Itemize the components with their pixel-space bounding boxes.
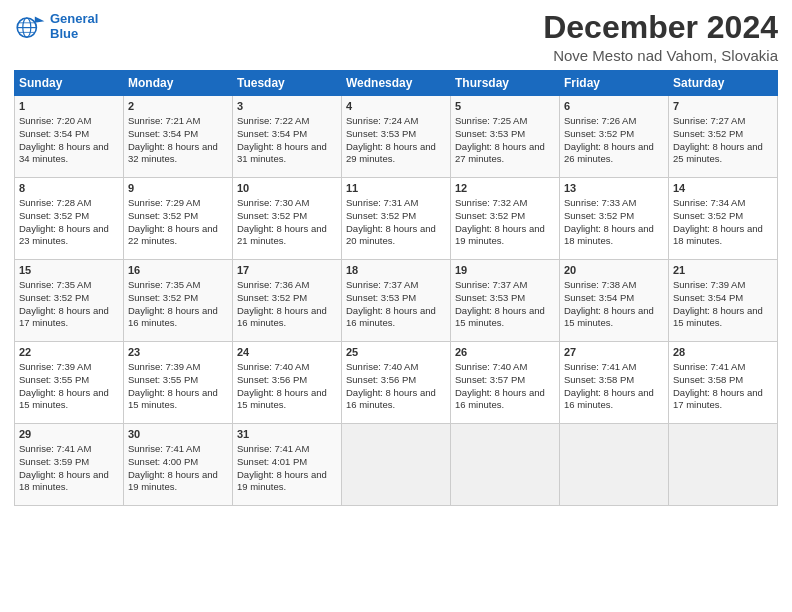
calendar-week-row: 1Sunrise: 7:20 AMSunset: 3:54 PMDaylight…	[15, 96, 778, 178]
calendar-week-row: 15Sunrise: 7:35 AMSunset: 3:52 PMDayligh…	[15, 260, 778, 342]
day-number: 10	[237, 181, 337, 196]
sunset: Sunset: 4:00 PM	[128, 456, 198, 467]
day-number: 3	[237, 99, 337, 114]
calendar-header-row: Sunday Monday Tuesday Wednesday Thursday…	[15, 71, 778, 96]
calendar-cell: 27Sunrise: 7:41 AMSunset: 3:58 PMDayligh…	[560, 342, 669, 424]
sunrise: Sunrise: 7:22 AM	[237, 115, 309, 126]
calendar-cell: 12Sunrise: 7:32 AMSunset: 3:52 PMDayligh…	[451, 178, 560, 260]
sunset: Sunset: 3:52 PM	[237, 210, 307, 221]
main-title: December 2024	[543, 10, 778, 45]
sunrise: Sunrise: 7:37 AM	[346, 279, 418, 290]
daylight: Daylight: 8 hours and 16 minutes.	[564, 387, 654, 411]
day-number: 19	[455, 263, 555, 278]
day-number: 4	[346, 99, 446, 114]
calendar-cell: 9Sunrise: 7:29 AMSunset: 3:52 PMDaylight…	[124, 178, 233, 260]
sunset: Sunset: 3:55 PM	[19, 374, 89, 385]
sunset: Sunset: 3:52 PM	[128, 292, 198, 303]
sunrise: Sunrise: 7:37 AM	[455, 279, 527, 290]
calendar-cell: 15Sunrise: 7:35 AMSunset: 3:52 PMDayligh…	[15, 260, 124, 342]
calendar-cell: 29Sunrise: 7:41 AMSunset: 3:59 PMDayligh…	[15, 424, 124, 506]
page-header: General Blue December 2024 Nove Mesto na…	[14, 10, 778, 64]
daylight: Daylight: 8 hours and 19 minutes.	[237, 469, 327, 493]
daylight: Daylight: 8 hours and 27 minutes.	[455, 141, 545, 165]
sunset: Sunset: 3:52 PM	[673, 210, 743, 221]
calendar-cell: 24Sunrise: 7:40 AMSunset: 3:56 PMDayligh…	[233, 342, 342, 424]
day-number: 15	[19, 263, 119, 278]
sunrise: Sunrise: 7:34 AM	[673, 197, 745, 208]
calendar-cell: 17Sunrise: 7:36 AMSunset: 3:52 PMDayligh…	[233, 260, 342, 342]
calendar-week-row: 8Sunrise: 7:28 AMSunset: 3:52 PMDaylight…	[15, 178, 778, 260]
day-number: 23	[128, 345, 228, 360]
calendar-cell: 8Sunrise: 7:28 AMSunset: 3:52 PMDaylight…	[15, 178, 124, 260]
day-number: 13	[564, 181, 664, 196]
sunset: Sunset: 3:52 PM	[19, 210, 89, 221]
title-block: December 2024 Nove Mesto nad Vahom, Slov…	[543, 10, 778, 64]
calendar-cell: 25Sunrise: 7:40 AMSunset: 3:56 PMDayligh…	[342, 342, 451, 424]
daylight: Daylight: 8 hours and 16 minutes.	[237, 305, 327, 329]
sunset: Sunset: 3:55 PM	[128, 374, 198, 385]
daylight: Daylight: 8 hours and 16 minutes.	[128, 305, 218, 329]
day-number: 24	[237, 345, 337, 360]
calendar-cell: 16Sunrise: 7:35 AMSunset: 3:52 PMDayligh…	[124, 260, 233, 342]
calendar-cell	[560, 424, 669, 506]
sunset: Sunset: 3:54 PM	[673, 292, 743, 303]
sunset: Sunset: 3:53 PM	[346, 128, 416, 139]
sunset: Sunset: 3:57 PM	[455, 374, 525, 385]
sunrise: Sunrise: 7:39 AM	[19, 361, 91, 372]
calendar-cell: 30Sunrise: 7:41 AMSunset: 4:00 PMDayligh…	[124, 424, 233, 506]
sunrise: Sunrise: 7:26 AM	[564, 115, 636, 126]
daylight: Daylight: 8 hours and 19 minutes.	[128, 469, 218, 493]
sunrise: Sunrise: 7:41 AM	[237, 443, 309, 454]
daylight: Daylight: 8 hours and 15 minutes.	[564, 305, 654, 329]
sunset: Sunset: 4:01 PM	[237, 456, 307, 467]
sunset: Sunset: 3:54 PM	[564, 292, 634, 303]
day-number: 31	[237, 427, 337, 442]
day-number: 14	[673, 181, 773, 196]
daylight: Daylight: 8 hours and 18 minutes.	[673, 223, 763, 247]
daylight: Daylight: 8 hours and 21 minutes.	[237, 223, 327, 247]
col-saturday: Saturday	[669, 71, 778, 96]
sunrise: Sunrise: 7:41 AM	[19, 443, 91, 454]
sunrise: Sunrise: 7:27 AM	[673, 115, 745, 126]
sunset: Sunset: 3:56 PM	[346, 374, 416, 385]
sunrise: Sunrise: 7:32 AM	[455, 197, 527, 208]
day-number: 25	[346, 345, 446, 360]
calendar-cell: 13Sunrise: 7:33 AMSunset: 3:52 PMDayligh…	[560, 178, 669, 260]
sunrise: Sunrise: 7:28 AM	[19, 197, 91, 208]
calendar-cell: 19Sunrise: 7:37 AMSunset: 3:53 PMDayligh…	[451, 260, 560, 342]
sunrise: Sunrise: 7:39 AM	[673, 279, 745, 290]
day-number: 7	[673, 99, 773, 114]
daylight: Daylight: 8 hours and 16 minutes.	[346, 387, 436, 411]
calendar-cell: 31Sunrise: 7:41 AMSunset: 4:01 PMDayligh…	[233, 424, 342, 506]
daylight: Daylight: 8 hours and 17 minutes.	[673, 387, 763, 411]
day-number: 20	[564, 263, 664, 278]
calendar-cell: 1Sunrise: 7:20 AMSunset: 3:54 PMDaylight…	[15, 96, 124, 178]
subtitle: Nove Mesto nad Vahom, Slovakia	[543, 47, 778, 64]
calendar-cell: 14Sunrise: 7:34 AMSunset: 3:52 PMDayligh…	[669, 178, 778, 260]
sunset: Sunset: 3:59 PM	[19, 456, 89, 467]
sunset: Sunset: 3:52 PM	[455, 210, 525, 221]
day-number: 8	[19, 181, 119, 196]
calendar-cell	[669, 424, 778, 506]
sunrise: Sunrise: 7:41 AM	[564, 361, 636, 372]
daylight: Daylight: 8 hours and 15 minutes.	[19, 387, 109, 411]
sunrise: Sunrise: 7:33 AM	[564, 197, 636, 208]
day-number: 21	[673, 263, 773, 278]
calendar-week-row: 29Sunrise: 7:41 AMSunset: 3:59 PMDayligh…	[15, 424, 778, 506]
calendar-cell: 18Sunrise: 7:37 AMSunset: 3:53 PMDayligh…	[342, 260, 451, 342]
daylight: Daylight: 8 hours and 34 minutes.	[19, 141, 109, 165]
daylight: Daylight: 8 hours and 29 minutes.	[346, 141, 436, 165]
sunset: Sunset: 3:52 PM	[673, 128, 743, 139]
calendar-table: Sunday Monday Tuesday Wednesday Thursday…	[14, 70, 778, 506]
day-number: 28	[673, 345, 773, 360]
daylight: Daylight: 8 hours and 16 minutes.	[346, 305, 436, 329]
daylight: Daylight: 8 hours and 18 minutes.	[19, 469, 109, 493]
col-thursday: Thursday	[451, 71, 560, 96]
col-tuesday: Tuesday	[233, 71, 342, 96]
calendar-cell	[451, 424, 560, 506]
sunrise: Sunrise: 7:38 AM	[564, 279, 636, 290]
calendar-cell: 4Sunrise: 7:24 AMSunset: 3:53 PMDaylight…	[342, 96, 451, 178]
daylight: Daylight: 8 hours and 32 minutes.	[128, 141, 218, 165]
day-number: 29	[19, 427, 119, 442]
daylight: Daylight: 8 hours and 20 minutes.	[346, 223, 436, 247]
